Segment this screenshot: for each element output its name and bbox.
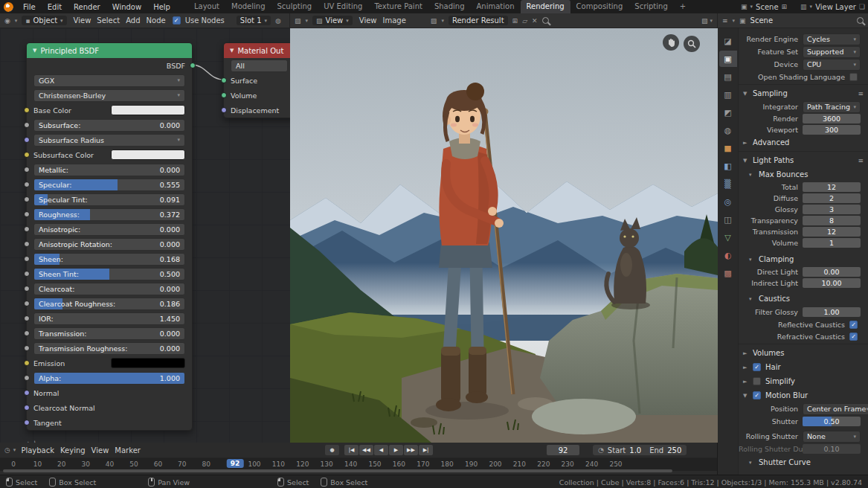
open-image-icon[interactable]: ▱ [522,17,527,25]
play-reverse-button[interactable]: ◀ [374,445,388,455]
timeline-scrollbar[interactable] [3,469,672,472]
node-slider[interactable]: Transmission Roughness:0.000 [33,342,185,355]
mb-rolling-dropdown[interactable]: None▾ [803,431,861,443]
menu-view[interactable]: View [71,16,94,25]
viewport-field[interactable]: 300 [803,125,861,135]
transmission-field[interactable]: 12 [803,227,861,237]
slot-dropdown[interactable]: Slot 1▾ [237,16,271,25]
menu-help[interactable]: Help [148,1,176,13]
output-input-volume[interactable]: Volume [224,88,291,103]
auto-key-button[interactable]: ● [325,445,339,455]
node-dropdown[interactable]: Christensen-Burley▾ [33,89,185,102]
input-socket[interactable] [24,107,30,113]
jump-end-button[interactable]: ▶| [419,445,433,455]
pan-view-button[interactable] [663,34,679,51]
input-socket[interactable] [24,182,30,187]
add-workspace-button[interactable]: + [674,0,692,13]
mb-shutter-slider[interactable]: 0.50 [803,417,861,426]
workspace-tab-sculpting[interactable]: Sculpting [271,0,318,13]
menu-edit[interactable]: Edit [42,1,67,13]
menu-render[interactable]: Render [68,1,106,13]
node-slider[interactable]: Sheen Tint:0.500 [33,268,185,280]
editor-type-icon[interactable]: ≡ [722,17,728,25]
use-nodes-checkbox[interactable]: ✓ [173,16,181,25]
search-icon[interactable] [542,17,549,24]
menu-view[interactable]: View [89,446,112,455]
panel-light-paths[interactable]: ▼Light Paths≡ [739,153,868,167]
bsdf-row-anisotropic-rotation[interactable]: Anisotropic Rotation:0.000 [27,237,192,251]
input-socket[interactable] [24,122,30,128]
bsdf-row-specular[interactable]: Specular:0.555 [27,177,192,192]
properties-tab-physics[interactable]: ◎ [719,193,737,210]
input-socket[interactable] [24,420,30,426]
panel-advanced[interactable]: ►Advanced [739,135,868,150]
next-keyframe-button[interactable]: ▶▶ [404,445,418,455]
bsdf-row-christensen-burley[interactable]: Christensen-Burley▾ [27,88,192,103]
bsdf-row-ggx[interactable]: GGX▾ [27,73,192,88]
menu-window[interactable]: Window [107,1,147,13]
chevron-down-icon[interactable]: ▾ [13,447,16,453]
input-socket[interactable] [24,390,30,396]
node-slider[interactable]: Clearcoat Roughness:0.186 [33,298,185,310]
bsdf-row-specular-tint[interactable]: Specular Tint:0.091 [27,192,192,207]
bsdf-row-ior[interactable]: IOR:1.450 [27,311,192,326]
input-socket[interactable] [24,301,30,306]
input-socket[interactable] [24,375,30,381]
search-icon[interactable] [857,17,864,24]
workspace-tab-uv-editing[interactable]: UV Editing [318,0,368,13]
collapse-icon[interactable]: ▼ [230,48,234,54]
scene-name[interactable]: Scene [756,3,779,11]
properties-tab-tool[interactable]: ◪ [719,33,737,49]
node-slider[interactable]: Transmission:0.000 [33,327,185,340]
chevron-down-icon[interactable]: ▾ [750,4,753,10]
node-slider[interactable]: Subsurface:0.000 [33,119,185,132]
chevron-down-icon[interactable]: ▾ [733,18,736,24]
transparency-field[interactable]: 8 [803,216,861,225]
bsdf-row-sheen[interactable]: Sheen:0.168 [27,251,192,266]
bsdf-row-alpha[interactable]: Alpha:1.000 [27,370,192,385]
input-socket[interactable] [24,256,30,262]
input-socket[interactable] [24,345,30,351]
node-dropdown[interactable]: GGX▾ [33,74,185,87]
node-slider[interactable]: Sheen:0.168 [33,253,185,266]
color-swatch[interactable] [111,105,185,115]
new-image-icon[interactable]: ⊞ [512,17,518,25]
menu-marker[interactable]: Marker [112,446,143,455]
end-value[interactable]: 250 [667,446,681,455]
bsdf-row-anisotropic[interactable]: Anisotropic:0.000 [27,222,192,237]
collapse-icon[interactable]: ▼ [33,48,36,54]
glossy-field[interactable]: 3 [803,205,861,214]
workspace-tab-animation[interactable]: Animation [471,0,521,13]
input-socket[interactable] [221,77,227,83]
properties-tab-object[interactable]: ■ [719,140,737,156]
bsdf-row-clearcoat-roughness[interactable]: Clearcoat Roughness:0.186 [27,296,192,311]
image-datablock-name[interactable]: Render Result [449,16,508,25]
mb-position-dropdown[interactable]: Center on Frame▾ [803,403,868,415]
input-socket[interactable] [24,286,30,292]
input-socket[interactable] [24,152,30,158]
filter-glossy-field[interactable]: 1.00 [803,307,861,317]
bsdf-row-metallic[interactable]: Metallic:0.000 [27,162,192,177]
node-slider[interactable]: Roughness:0.372 [33,208,185,221]
editor-type-icon[interactable]: ◷ [4,446,10,454]
bsdf-row-transmission[interactable]: Transmission:0.000 [27,326,192,341]
input-socket[interactable] [24,405,30,411]
panel-sampling[interactable]: ▼Sampling≡ [739,86,868,100]
input-socket[interactable] [24,196,30,202]
menu-image[interactable]: Image [381,16,408,25]
input-socket[interactable] [24,211,30,217]
osl-checkbox[interactable] [849,73,858,81]
input-socket[interactable] [24,167,30,173]
simplify-checkbox[interactable] [753,377,761,385]
presets-icon[interactable]: ≡ [858,157,864,164]
render-result-view[interactable] [290,28,718,443]
direct-light-field[interactable]: 0.00 [803,267,861,277]
bsdf-row-subsurface-radius[interactable]: Subsurface Radius▾ [27,132,192,147]
node-slider[interactable]: Metallic:0.000 [33,164,185,176]
panel-simplify[interactable]: ► Simplify [739,374,868,388]
playhead[interactable]: 92 [227,459,244,468]
bsdf-row-tangent[interactable]: Tangent [27,415,192,430]
workspace-tab-rendering[interactable]: Rendering [521,0,570,13]
menu-playback[interactable]: Playback [19,446,57,455]
bsdf-row-sheen-tint[interactable]: Sheen Tint:0.500 [27,266,192,281]
